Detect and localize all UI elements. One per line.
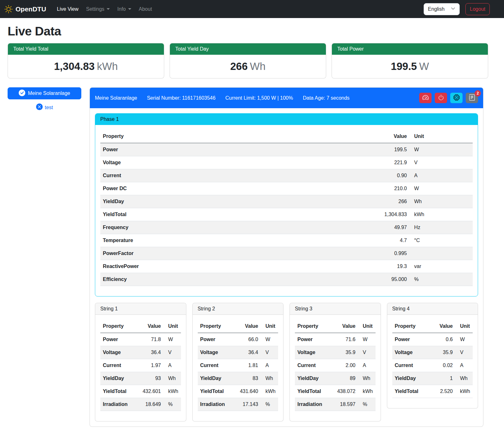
string-table: PropertyValueUnitPower71.6WVoltage35.9VC… [295,320,376,411]
device-info-button[interactable] [450,93,463,103]
unit-cell: Wh [164,372,181,385]
inverter-name: Meine Solaranlage [95,95,137,101]
table-row: ReactivePower19.3var [100,260,473,273]
table-row: Voltage36.4V [100,346,181,359]
card-total-yield-total: Total Yield Total 1,304.83kWh [8,43,164,78]
property-cell: ReactivePower [100,260,371,273]
language-select[interactable]: English [424,3,460,15]
card-value-row: 199.5W [332,55,488,78]
event-log-button[interactable]: 2 [466,93,478,103]
string-table: PropertyValueUnitPower71.8WVoltage36.4VC… [100,320,181,411]
property-cell: Current [198,359,238,372]
unit-cell: Hz [409,221,473,234]
unit-cell: V [455,346,473,359]
string-card-body: PropertyValueUnitPower71.6WVoltage35.9VC… [290,315,381,421]
value-cell: 93 [140,372,164,385]
table-row: YieldDay266Wh [100,195,473,208]
value-cell: 4.7 [371,234,409,247]
property-cell: Irradiation [100,398,140,411]
property-cell: Efficiency [100,273,371,286]
property-cell: Power [392,333,433,346]
property-cell: YieldTotal [392,385,433,398]
value-cell: 438.072 [335,385,358,398]
column-header-unit: Unit [164,320,181,333]
value-cell: 210.0 [371,182,409,195]
page-title: Live Data [8,24,488,38]
unit-cell: Wh [409,195,473,208]
table-row: Current0.90A [100,169,473,182]
unit-cell: kWh [409,208,473,221]
property-cell: PowerFactor [100,247,371,260]
value-cell: 221.9 [371,156,409,169]
power-button[interactable] [435,93,447,103]
table-row: Current1.97A [100,359,181,372]
limit-settings-button[interactable] [419,93,432,103]
table-row: YieldTotal1,304.833kWh [100,208,473,221]
card-value: 1,304.83 [54,60,95,72]
nav-item-label: Info [117,6,126,12]
value-cell: 36.4 [237,346,261,359]
column-header-property: Property [100,130,371,143]
unit-cell: V [164,346,181,359]
card-value-row: 266Wh [170,55,326,78]
x-circle-icon [36,103,43,111]
unit-cell: A [455,359,473,372]
inverter-select-button[interactable]: Meine Solaranlage [8,87,81,99]
nav-item-settings[interactable]: Settings [82,4,114,15]
value-cell: 1,304.833 [371,208,409,221]
value-cell: 89 [335,372,358,385]
unit-cell: kWh [455,385,473,398]
card-unit: Wh [250,60,266,72]
card-value-row: 1,304.83kWh [8,55,164,78]
table-row: YieldDay93Wh [100,372,181,385]
value-cell: 18.597 [335,398,358,411]
table-row: Voltage221.9V [100,156,473,169]
value-cell: 18.649 [140,398,164,411]
value-cell: 1.97 [140,359,164,372]
table-row: YieldTotal2.520kWh [392,385,473,398]
column-header-property: Property [295,320,335,333]
card-title: Total Yield Total [8,43,164,55]
card-unit: W [419,60,429,72]
nav-item-about[interactable]: About [135,4,156,15]
table-row: YieldDay83Wh [198,372,278,385]
string-card-body: PropertyValueUnitPower0.6WVoltage35.9VCu… [387,315,478,408]
navbar: OpenDTU Live ViewSettingsInfoAbout Engli… [0,0,504,18]
unit-cell: var [409,260,473,273]
cpu-icon [453,94,460,102]
property-cell: Current [100,169,371,182]
column-header-value: Value [371,130,409,143]
value-cell: 66.0 [237,333,261,346]
logout-button[interactable]: Logout [465,3,490,15]
value-cell: 0.90 [371,169,409,182]
value-cell: 17.143 [237,398,261,411]
sidebar-item-test[interactable]: test [8,103,81,111]
unit-cell: W [409,143,473,156]
value-cell: 36.4 [140,346,164,359]
string-table: PropertyValueUnitPower66.0WVoltage36.4VC… [198,320,278,411]
inverter-panel: Meine Solaranlage Serial Number: 1161716… [90,87,483,427]
brand[interactable]: OpenDTU [4,5,46,13]
table-row: Voltage36.4V [198,346,278,359]
table-header-row: PropertyValueUnit [295,320,376,333]
check-circle-icon [19,90,25,97]
property-cell: Voltage [100,346,140,359]
string-table: PropertyValueUnitPower0.6WVoltage35.9VCu… [392,320,473,398]
value-cell: 2.520 [432,385,455,398]
string-card-title: String 3 [290,303,381,315]
chevron-down-icon [128,8,131,10]
unit-cell: kWh [164,385,181,398]
inverter-panel-header: Meine Solaranlage Serial Number: 1161716… [90,88,483,108]
unit-cell: Wh [261,372,278,385]
nav-item-info[interactable]: Info [114,4,135,15]
string-card-title: String 2 [193,303,283,315]
table-row: Irradiation18.649% [100,398,181,411]
nav-item-live-view[interactable]: Live View [53,4,82,15]
value-cell: 0.6 [432,333,455,346]
phase-card-body: Property Value Unit Power199.5WVoltage22… [95,125,478,296]
unit-cell: % [358,398,376,411]
inverter-sidebar: Meine Solaranlage test [8,87,81,111]
property-cell: YieldDay [198,372,238,385]
table-row: Irradiation17.143% [198,398,278,411]
table-row: Irradiation18.597% [295,398,376,411]
